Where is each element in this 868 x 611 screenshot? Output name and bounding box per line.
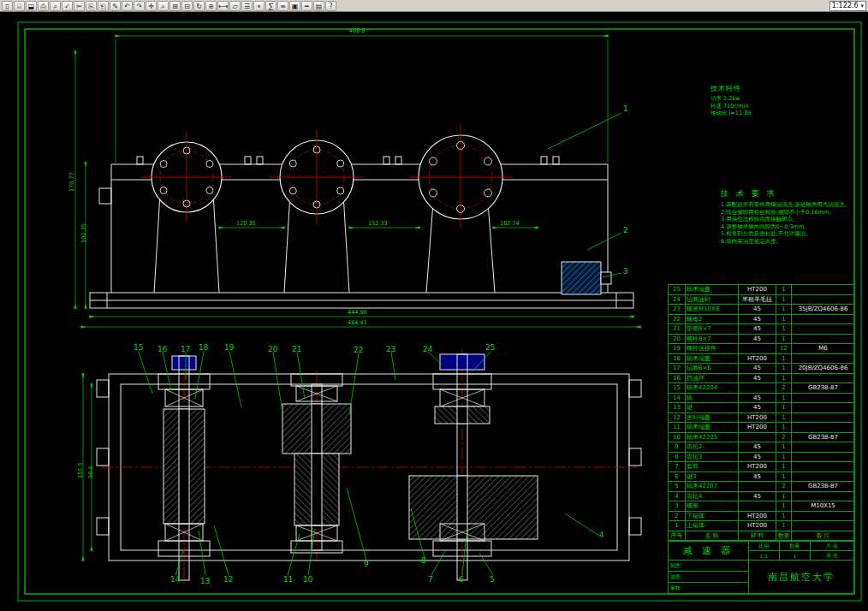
bom-cell-mat: HT200 bbox=[739, 511, 776, 521]
bom-cell-note bbox=[792, 324, 855, 335]
bom-cell-no: 19 bbox=[669, 344, 686, 354]
toolbar-icon[interactable]: ? bbox=[325, 1, 336, 11]
bom-cell-mat: 45 bbox=[739, 364, 776, 374]
bom-row: 2 下箱体 HT200 1 bbox=[669, 511, 855, 521]
toolbar-icon[interactable]: ▱ bbox=[229, 1, 241, 11]
bom-cell-no: 25 bbox=[669, 285, 686, 295]
bom-cell-note bbox=[792, 294, 855, 305]
bom-cell-name: 键 bbox=[686, 403, 739, 413]
toolbar-icon[interactable]: ≋ bbox=[205, 1, 217, 11]
bom-cell-qty: 1 bbox=[776, 294, 792, 305]
bom-cell-no: 10 bbox=[669, 432, 686, 442]
toolbar-icon[interactable]: ⊞ bbox=[169, 1, 181, 11]
bom-cell-mat: 45 bbox=[739, 472, 776, 482]
tech-spec-title: 技术特性 bbox=[710, 84, 822, 93]
bom-cell-qty: 1 bbox=[776, 423, 792, 433]
bom-row: 14 轴 45 1 bbox=[669, 393, 855, 403]
bom-cell-no: 6 bbox=[669, 472, 686, 482]
bom-cell-name: 下箱体 bbox=[686, 511, 739, 521]
bom-row: 25 轴承端盖 HT200 1 bbox=[669, 285, 855, 295]
toolbar-icon[interactable]: ⬓ bbox=[26, 1, 37, 11]
bom-cell-no: 5 bbox=[669, 482, 686, 492]
scale-label: 比例 bbox=[749, 542, 780, 551]
bom-cell-note bbox=[792, 511, 855, 521]
toolbar-icon[interactable]: ☰ bbox=[241, 1, 253, 11]
toolbar-icon[interactable]: ✂ bbox=[74, 1, 85, 11]
qty-label: 数量 bbox=[780, 542, 811, 551]
toolbar-icon[interactable]: ∑ bbox=[265, 1, 276, 11]
bom-cell-name: 毡圈6×6 bbox=[686, 364, 739, 374]
bom-cell-name: 垫圈8×7 bbox=[686, 324, 739, 335]
school-name: 南昌航空大学 bbox=[749, 561, 853, 593]
toolbar-icon[interactable]: ▤ bbox=[313, 1, 324, 11]
toolbar-icon[interactable]: ↷ bbox=[134, 1, 145, 11]
bom-cell-mat: 45 bbox=[739, 305, 776, 315]
bom-cell-mat: 45 bbox=[739, 314, 776, 324]
toolbar-icon[interactable]: ╍ bbox=[301, 1, 312, 11]
toolbar-icon[interactable]: ⌸ bbox=[14, 1, 25, 11]
toolbar-icon[interactable]: ▯ bbox=[2, 1, 13, 11]
tech-req-line: 4.调整轴承轴向间隙为0~0.3mm。 bbox=[721, 223, 851, 231]
toolbar-icon[interactable]: ▣ bbox=[289, 1, 300, 11]
bom-cell-name: 轴承42204 bbox=[686, 383, 739, 394]
toolbar-icon[interactable]: ✎ bbox=[110, 1, 121, 11]
bom-row: 12 密封端盖 HT200 1 bbox=[669, 412, 855, 423]
toolbar-icon[interactable]: ↶ bbox=[122, 1, 133, 11]
zoom-scale-combo[interactable]: 1:122.6 ▾ bbox=[829, 1, 866, 11]
bom-cell-note: GB238-87 bbox=[792, 432, 855, 442]
bom-cell-no: 15 bbox=[669, 383, 686, 394]
toolbar-icon[interactable]: ≡ bbox=[277, 1, 288, 11]
bom-cell-no: 12 bbox=[669, 412, 686, 423]
bom-row: 22 螺母2 45 1 bbox=[669, 314, 855, 324]
bom-cell-name: 螺塞 bbox=[686, 501, 739, 512]
bom-cell-qty: 1 bbox=[776, 353, 792, 364]
sign-row-2: 描图 bbox=[669, 572, 748, 583]
toolbar-icon[interactable]: ⊟ bbox=[181, 1, 193, 11]
toolbar-icon[interactable]: ✛ bbox=[146, 1, 157, 11]
bom-cell-no: 1 bbox=[669, 521, 686, 531]
bom-cell-no: 4 bbox=[669, 491, 686, 501]
bom-cell-no: 22 bbox=[669, 314, 686, 324]
bom-cell-qty: 1 bbox=[776, 314, 792, 324]
bom-row: 20 螺栓8×7 45 1 bbox=[669, 334, 855, 344]
bom-cell-qty: 1 bbox=[776, 412, 792, 423]
bom-cell-name: 挡油环 bbox=[686, 373, 739, 383]
toolbar-icon[interactable]: ⎘ bbox=[86, 1, 97, 11]
toolbar-icon[interactable]: ⎙ bbox=[38, 1, 49, 11]
toolbar-icon[interactable]: ⌕ bbox=[50, 1, 61, 11]
zoom-scale-value: 1:122.6 bbox=[832, 2, 859, 9]
bom-cell-note bbox=[792, 462, 855, 472]
bom-cell-note bbox=[792, 423, 855, 433]
bom-cell-mat: HT200 bbox=[739, 285, 776, 295]
bom-cell-qty: 1 bbox=[776, 364, 792, 374]
bom-cell-name: 齿轮3 bbox=[686, 452, 739, 462]
bom-cell-name: 轴 bbox=[686, 393, 739, 403]
bom-cell-name: 轴承42205 bbox=[686, 432, 739, 442]
bom-cell-note bbox=[792, 314, 855, 324]
toolbar-icon[interactable]: ⌖ bbox=[253, 1, 265, 11]
toolbar-icon[interactable]: ⌕ bbox=[158, 1, 169, 11]
toolbar-icon[interactable]: ⎗ bbox=[98, 1, 109, 11]
toolbar-icon[interactable]: ↻ bbox=[193, 1, 205, 11]
bom-cell-mat bbox=[739, 344, 776, 354]
bom-cell-mat: 45 bbox=[739, 452, 776, 462]
bom-cell-qty: 1 bbox=[776, 324, 792, 335]
bom-cell-mat: 45 bbox=[739, 403, 776, 413]
bom-cell-qty: 1 bbox=[776, 305, 792, 315]
bom-cell-name: 毡圈油封 bbox=[686, 294, 739, 305]
toolbar-icon-strip: ▯ ⌸ ⬓ ⎙ ⌕ ✓ ✂ ⎘ ⎗ ✎ ↶ ↷ ✛ ⌕ ⊞ ⊟ ↻ ≋ ⟷ ▱ … bbox=[2, 1, 336, 11]
bom-row: 24 毡圈油封 半粗羊毛毡 1 bbox=[669, 294, 855, 305]
bom-row: 11 轴承端盖 HT200 1 bbox=[669, 423, 855, 433]
bom-cell-mat: 45 bbox=[739, 334, 776, 344]
toolbar-icon[interactable]: ⟷ bbox=[217, 1, 229, 11]
chevron-down-icon[interactable]: ▾ bbox=[860, 3, 864, 9]
toolbar-icon[interactable]: ✓ bbox=[62, 1, 73, 11]
bom-row: 9 齿轮2 45 1 bbox=[669, 442, 855, 453]
bom-cell-note bbox=[792, 403, 855, 413]
sheet2-label: 第 张 bbox=[811, 551, 853, 561]
bom-cell-qty: 1 bbox=[776, 472, 792, 482]
bom-cell-no: 2 bbox=[669, 511, 686, 521]
cad-drawing-canvas[interactable]: 技术特性 功率 2.2kw 转速 710r/min 传动比 i=11.09 技 … bbox=[0, 12, 868, 611]
bom-cell-qty: 1 bbox=[776, 393, 792, 403]
bom-cell-mat: HT200 bbox=[739, 521, 776, 531]
